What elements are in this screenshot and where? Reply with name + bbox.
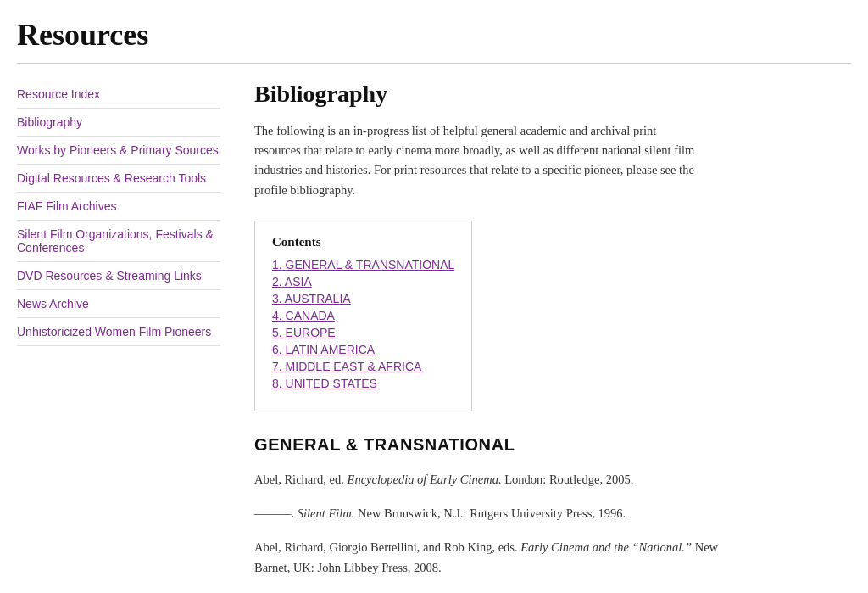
sidebar-link-works-pioneers[interactable]: Works by Pioneers & Primary Sources: [17, 137, 220, 164]
sidebar-link-silent-film-orgs[interactable]: Silent Film Organizations, Festivals & C…: [17, 221, 220, 261]
sidebar-item: Bibliography: [17, 109, 220, 137]
sidebar-nav: Resource Index Bibliography Works by Pio…: [17, 81, 220, 346]
bib-entry-3: Abel, Richard, Giorgio Bertellini, and R…: [254, 538, 746, 579]
contents-item: 6. LATIN AMERICA: [272, 343, 454, 356]
bibliography-heading: Bibliography: [254, 81, 851, 108]
contents-item: 5. EUROPE: [272, 326, 454, 339]
contents-link-asia[interactable]: 2. ASIA: [272, 275, 312, 288]
contents-link-general[interactable]: 1. GENERAL & TRANSNATIONAL: [272, 258, 454, 271]
sidebar-link-unhistoricized[interactable]: Unhistoricized Women Film Pioneers: [17, 318, 220, 345]
sidebar-link-fiaf[interactable]: FIAF Film Archives: [17, 193, 220, 220]
contents-link-middle-east[interactable]: 7. MIDDLE EAST & AFRICA: [272, 360, 421, 373]
contents-link-australia[interactable]: 3. AUSTRALIA: [272, 292, 351, 305]
content-area: Resource Index Bibliography Works by Pio…: [17, 81, 851, 591]
intro-paragraph: The following is an in-progress list of …: [254, 121, 695, 200]
sidebar-item: FIAF Film Archives: [17, 193, 220, 221]
bib-entry-2: ———. Silent Film. New Brunswick, N.J.: R…: [254, 504, 746, 524]
sidebar-item: Unhistoricized Women Film Pioneers: [17, 318, 220, 346]
contents-item: 2. ASIA: [272, 275, 454, 288]
sidebar-link-digital-resources[interactable]: Digital Resources & Research Tools: [17, 165, 220, 192]
general-section: GENERAL & TRANSNATIONAL Abel, Richard, e…: [254, 435, 851, 579]
page-header: Resources: [17, 0, 851, 64]
sidebar-item: Silent Film Organizations, Festivals & C…: [17, 221, 220, 262]
sidebar-nav-list: Resource Index Bibliography Works by Pio…: [17, 81, 220, 346]
sidebar-item: Works by Pioneers & Primary Sources: [17, 137, 220, 165]
sidebar: Resource Index Bibliography Works by Pio…: [17, 81, 237, 591]
main-content: Bibliography The following is an in-prog…: [237, 81, 851, 591]
page-wrapper: Resources Resource Index Bibliography Wo…: [0, 0, 868, 591]
sidebar-item: Resource Index: [17, 81, 220, 109]
sidebar-item: News Archive: [17, 290, 220, 318]
sidebar-link-news-archive[interactable]: News Archive: [17, 290, 220, 317]
sidebar-item: Digital Resources & Research Tools: [17, 165, 220, 193]
contents-item: 8. UNITED STATES: [272, 377, 454, 390]
contents-heading: Contents: [272, 235, 454, 249]
sidebar-item: DVD Resources & Streaming Links: [17, 262, 220, 290]
contents-item: 3. AUSTRALIA: [272, 292, 454, 305]
contents-link-latin-america[interactable]: 6. LATIN AMERICA: [272, 343, 375, 356]
contents-box: Contents 1. GENERAL & TRANSNATIONAL 2. A…: [254, 221, 472, 411]
general-section-heading: GENERAL & TRANSNATIONAL: [254, 435, 851, 455]
contents-item: 4. CANADA: [272, 309, 454, 322]
sidebar-link-bibliography[interactable]: Bibliography: [17, 109, 220, 136]
contents-link-united-states[interactable]: 8. UNITED STATES: [272, 377, 377, 390]
contents-item: 1. GENERAL & TRANSNATIONAL: [272, 258, 454, 271]
sidebar-link-dvd-resources[interactable]: DVD Resources & Streaming Links: [17, 262, 220, 289]
sidebar-link-resource-index[interactable]: Resource Index: [17, 81, 220, 108]
contents-item: 7. MIDDLE EAST & AFRICA: [272, 360, 454, 373]
contents-list: 1. GENERAL & TRANSNATIONAL 2. ASIA 3. AU…: [272, 258, 454, 390]
contents-link-canada[interactable]: 4. CANADA: [272, 309, 335, 322]
contents-link-europe[interactable]: 5. EUROPE: [272, 326, 336, 339]
bib-entry-1: Abel, Richard, ed. Encyclopedia of Early…: [254, 470, 746, 490]
page-title: Resources: [17, 17, 851, 53]
